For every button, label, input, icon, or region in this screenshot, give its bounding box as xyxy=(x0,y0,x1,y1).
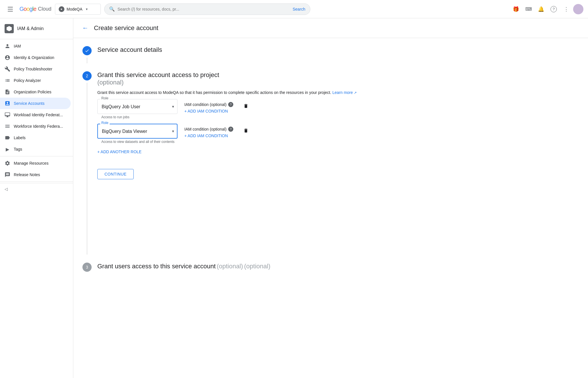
role-select-wrapper-1: Role BigQuery Job User BigQuery Data Vie… xyxy=(97,99,177,114)
sidebar-label-policy-analyzer: Policy Analyzer xyxy=(14,78,41,83)
iam-condition-group-2: IAM condition (optional) ? + ADD IAM CON… xyxy=(184,124,233,138)
settings-icon xyxy=(5,160,10,166)
sidebar-label-tags: Tags xyxy=(14,147,22,151)
sidebar-item-org-policies[interactable]: Organization Policies xyxy=(0,86,71,98)
step1-circle xyxy=(82,46,92,55)
sidebar-item-workload-identity[interactable]: Workload Identity Federat... xyxy=(0,109,71,121)
step3-section: 3 Grant users access to this service acc… xyxy=(82,261,579,272)
sidebar-label-policy-troubleshooter: Policy Troubleshooter xyxy=(14,67,52,71)
more-icon: ⋮ xyxy=(564,6,569,12)
iam-admin-icon xyxy=(5,24,14,33)
role-hint-2: Access to view datasets and all of their… xyxy=(97,140,177,144)
help-button[interactable]: ? xyxy=(548,3,559,15)
role-dropdown-1[interactable]: BigQuery Job User BigQuery Data Viewer B… xyxy=(97,99,177,114)
iam-condition-label-2: IAM condition (optional) ? xyxy=(184,127,233,132)
step3-number: 3 xyxy=(86,265,88,269)
delete-role-button-2[interactable] xyxy=(240,125,252,137)
sidebar-item-tags[interactable]: ▶ Tags xyxy=(0,143,71,155)
back-button[interactable]: ← xyxy=(80,23,90,33)
step1-indicator xyxy=(82,45,92,63)
sidebar-divider-bottom xyxy=(0,182,73,182)
main-content: ← Create service account Service account… xyxy=(73,18,588,378)
sidebar-label-workload-identity: Workload Identity Federat... xyxy=(14,113,63,117)
notifications-button[interactable]: 🔔 xyxy=(535,3,547,15)
sidebar-item-policy-troubleshooter[interactable]: Policy Troubleshooter xyxy=(0,63,71,75)
hamburger-button[interactable] xyxy=(5,3,16,15)
project-selector[interactable]: ● ModeQA ▾ xyxy=(55,4,101,15)
step3-title: Grant users access to this service accou… xyxy=(97,263,216,270)
step3-circle: 3 xyxy=(82,263,92,272)
role-select-group-2: Role BigQuery Data Viewer BigQuery Job U… xyxy=(97,124,177,144)
sidebar-label-manage-resources: Manage Resources xyxy=(14,161,48,166)
sidebar-label-service-accounts: Service Accounts xyxy=(14,101,44,106)
sidebar-collapse-button[interactable]: ◁ xyxy=(0,183,73,195)
step2-description: Grant this service account access to Mod… xyxy=(97,90,579,96)
step1-connector xyxy=(87,58,87,63)
sidebar-item-manage-resources[interactable]: Manage Resources xyxy=(0,158,71,169)
iam-condition-help-1[interactable]: ? xyxy=(228,102,233,107)
top-navbar: Google Cloud ● ModeQA ▾ 🔍 Search 🎁 ⌨ 🔔 ?… xyxy=(0,0,588,18)
person-icon xyxy=(5,43,10,49)
search-icon: 🔍 xyxy=(109,6,115,12)
trash-icon-2 xyxy=(243,128,248,135)
step2-section: 2 Grant this service account access to p… xyxy=(82,70,579,255)
search-bar: 🔍 Search xyxy=(104,3,310,15)
google-cloud-logo: Google Cloud xyxy=(19,6,52,12)
sidebar-label-workforce-identity: Workforce Identity Federa... xyxy=(14,124,63,129)
step1-content: Service account details xyxy=(97,45,579,63)
sidebar-label-labels: Labels xyxy=(14,135,25,140)
content-area: Service account details 2 Grant this ser… xyxy=(73,38,588,286)
continue-button-wrapper: CONTINUE xyxy=(97,161,579,179)
role-hint-1: Access to run jobs xyxy=(97,115,177,119)
sidebar-label-identity-org: Identity & Organization xyxy=(14,55,54,60)
analyzer-icon xyxy=(5,78,10,83)
sidebar-item-workforce-identity[interactable]: Workforce Identity Federa... xyxy=(0,121,71,132)
project-name: ModeQA xyxy=(67,7,82,11)
page-title: Create service account xyxy=(94,24,158,32)
sidebar-item-release-notes[interactable]: Release Notes xyxy=(0,169,71,180)
help-icon: ? xyxy=(550,6,557,12)
step2-number: 2 xyxy=(86,74,88,78)
main-layout: IAM & Admin IAM Identity & Organization … xyxy=(0,18,588,378)
terminal-button[interactable]: ⌨ xyxy=(523,3,534,15)
more-options-button[interactable]: ⋮ xyxy=(561,3,572,15)
search-button[interactable]: Search xyxy=(293,7,305,11)
step2-heading: Grant this service account access to pro… xyxy=(97,71,579,86)
top-bar-actions: 🎁 ⌨ 🔔 ? ⋮ xyxy=(510,3,583,15)
add-iam-condition-button-1[interactable]: + ADD IAM CONDITION xyxy=(184,109,233,113)
step3-optional-text: (optional) xyxy=(244,263,271,270)
role-select-group-1: Role BigQuery Job User BigQuery Data Vie… xyxy=(97,99,177,119)
sidebar-item-identity-org[interactable]: Identity & Organization xyxy=(0,52,71,63)
search-input[interactable] xyxy=(118,7,290,11)
step1-title: Service account details xyxy=(97,46,579,54)
add-another-role-button[interactable]: + ADD ANOTHER ROLE xyxy=(97,148,141,155)
user-avatar[interactable] xyxy=(573,4,583,14)
sidebar-item-policy-analyzer[interactable]: Policy Analyzer xyxy=(0,75,71,86)
trash-icon-1 xyxy=(243,103,248,110)
add-iam-condition-button-2[interactable]: + ADD IAM CONDITION xyxy=(184,133,233,138)
chevron-right-icon: ▶ xyxy=(5,146,10,152)
collapse-icon: ◁ xyxy=(5,187,8,191)
sidebar-item-service-accounts[interactable]: Service Accounts xyxy=(0,98,71,109)
continue-button[interactable]: CONTINUE xyxy=(97,169,134,179)
gift-button[interactable]: 🎁 xyxy=(510,3,522,15)
role-dropdown-2[interactable]: BigQuery Data Viewer BigQuery Job User B… xyxy=(97,124,177,139)
learn-more-link[interactable]: Learn more ↗ xyxy=(332,90,357,95)
document-icon xyxy=(5,89,10,95)
sidebar-item-labels[interactable]: Labels xyxy=(0,132,71,143)
page-header: ← Create service account xyxy=(73,18,588,38)
iam-condition-help-2[interactable]: ? xyxy=(228,127,233,132)
wrench-icon xyxy=(5,66,10,72)
terminal-icon: ⌨ xyxy=(525,6,532,12)
project-avatar: ● xyxy=(59,6,64,12)
role-label-1: Role xyxy=(100,96,110,100)
step2-connector xyxy=(87,83,87,255)
notes-icon xyxy=(5,172,10,178)
step2-title: Grant this service account access to pro… xyxy=(97,71,219,78)
sidebar-label-iam: IAM xyxy=(14,44,21,48)
role-row-2: Role BigQuery Data Viewer BigQuery Job U… xyxy=(97,124,579,144)
sidebar-label-org-policies: Organization Policies xyxy=(14,90,52,94)
sidebar-item-iam[interactable]: IAM xyxy=(0,40,71,52)
step3-indicator: 3 xyxy=(82,261,92,272)
delete-role-button-1[interactable] xyxy=(240,101,252,112)
